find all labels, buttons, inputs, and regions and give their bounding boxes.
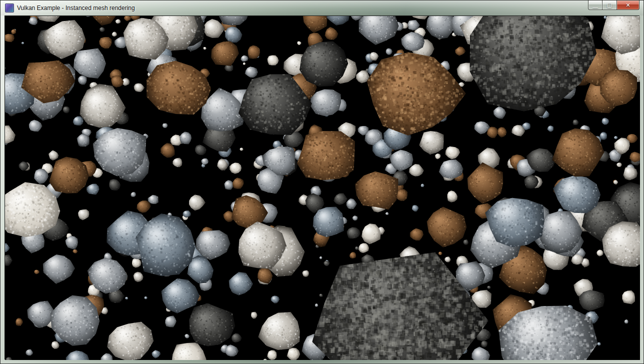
- close-button[interactable]: ✕: [617, 0, 640, 10]
- titlebar[interactable]: Vulkan Example - Instanced mesh renderin…: [0, 0, 644, 16]
- render-viewport[interactable]: [5, 16, 640, 360]
- maximize-button[interactable]: ▢: [602, 0, 617, 10]
- window-controls: — ▢ ✕: [588, 0, 640, 10]
- app-icon: [5, 4, 14, 12]
- window-title: Vulkan Example - Instanced mesh renderin…: [17, 4, 135, 12]
- app-window: Vulkan Example - Instanced mesh renderin…: [0, 0, 644, 364]
- minimize-button[interactable]: —: [588, 0, 602, 10]
- maximize-icon: ▢: [606, 2, 612, 8]
- minimize-icon: —: [592, 4, 598, 10]
- client-area: [4, 16, 640, 360]
- close-icon: ✕: [626, 2, 630, 8]
